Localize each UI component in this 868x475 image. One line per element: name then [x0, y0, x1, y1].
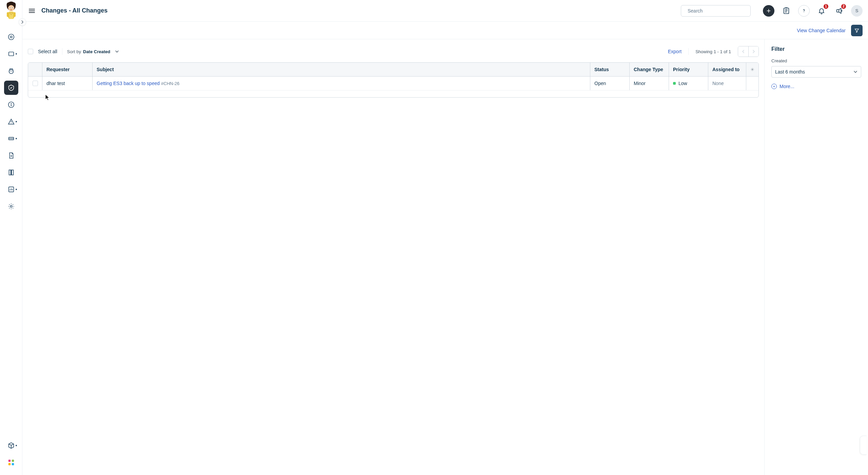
- nav-tickets[interactable]: [4, 47, 18, 61]
- svg-point-15: [12, 71, 12, 71]
- nav-alerts[interactable]: [4, 115, 18, 129]
- global-search[interactable]: [681, 5, 751, 17]
- divider: [62, 48, 62, 55]
- filter-created-label: Created: [771, 58, 861, 63]
- cell-subject: Getting ES3 back up to speed #CHN-26: [93, 77, 590, 90]
- new-button[interactable]: [763, 5, 774, 17]
- approvals-icon[interactable]: [781, 5, 792, 17]
- notifications-badge: 1: [823, 4, 829, 9]
- filter-more-link[interactable]: + More...: [771, 84, 861, 89]
- priority-label: Low: [678, 81, 687, 86]
- table-row[interactable]: dhar test Getting ES3 back up to speed #…: [28, 77, 758, 90]
- filter-created-value: Last 6 months: [775, 69, 805, 75]
- app-launcher[interactable]: [4, 455, 18, 470]
- divider: [688, 48, 689, 55]
- svg-rect-26: [837, 9, 839, 12]
- sidebar-expand-handle[interactable]: [19, 18, 26, 26]
- sort-by-label: Sort by: [67, 49, 81, 54]
- nav-inventory[interactable]: [4, 438, 18, 453]
- svg-point-14: [10, 71, 11, 71]
- nav-solutions[interactable]: [4, 165, 18, 180]
- table-spacer: [28, 90, 758, 97]
- export-link[interactable]: Export: [668, 49, 682, 54]
- chevron-down-icon[interactable]: [112, 47, 122, 56]
- svg-point-6: [11, 9, 12, 9]
- column-subject[interactable]: Subject: [93, 63, 590, 76]
- cell-change-type: Minor: [630, 77, 669, 90]
- view-calendar-link[interactable]: View Change Calendar: [797, 28, 846, 33]
- view-bar: View Change Calendar: [22, 22, 868, 39]
- select-all-label: Select all: [38, 49, 57, 54]
- changes-table: Requester Subject Status Change Type Pri…: [28, 62, 759, 98]
- cell-assigned-to: None: [708, 77, 746, 90]
- chevron-down-icon: [853, 70, 857, 74]
- column-checkbox: [28, 63, 42, 76]
- nav-reports[interactable]: [4, 182, 18, 197]
- plus-circle-icon: +: [771, 84, 777, 89]
- svg-rect-20: [12, 460, 14, 462]
- svg-point-12: [10, 36, 12, 38]
- row-checkbox[interactable]: [33, 81, 38, 86]
- gear-icon: [750, 67, 754, 72]
- nav-admin[interactable]: [4, 199, 18, 213]
- left-sidebar: [0, 0, 22, 475]
- cell-actions: [746, 77, 758, 90]
- user-avatar[interactable]: S: [851, 5, 863, 17]
- next-page-button[interactable]: [748, 46, 758, 57]
- svg-point-23: [685, 11, 685, 11]
- nav-releases[interactable]: [4, 98, 18, 112]
- priority-indicator-icon: [673, 82, 676, 85]
- svg-point-13: [9, 69, 13, 74]
- subject-link[interactable]: Getting ES3 back up to speed: [97, 81, 160, 86]
- cell-requester: dhar test: [42, 77, 93, 90]
- svg-point-11: [8, 34, 14, 40]
- nav-contracts[interactable]: [4, 148, 18, 163]
- nav-problems[interactable]: [4, 64, 18, 78]
- svg-rect-19: [8, 460, 10, 462]
- svg-point-5: [12, 7, 13, 8]
- notifications-icon[interactable]: 1: [816, 5, 827, 17]
- svg-rect-8: [9, 12, 13, 19]
- table-region: Select all Sort by Date Created Export S…: [22, 39, 764, 475]
- pagination: [738, 46, 759, 57]
- svg-point-18: [10, 205, 12, 207]
- side-widget-stub[interactable]: [860, 436, 867, 455]
- search-input[interactable]: [688, 8, 747, 14]
- svg-rect-21: [8, 463, 10, 465]
- column-priority[interactable]: Priority: [669, 63, 708, 76]
- svg-point-25: [804, 12, 804, 12]
- filter-created-select[interactable]: Last 6 months: [771, 66, 861, 78]
- svg-rect-22: [12, 463, 14, 465]
- nav-changes[interactable]: [4, 81, 18, 95]
- sort-by-value: Date Created: [83, 49, 110, 54]
- top-header: Changes - All Changes 1: [22, 0, 868, 22]
- whats-new-icon[interactable]: 2: [833, 5, 845, 17]
- prev-page-button[interactable]: [738, 46, 748, 57]
- cell-status: Open: [590, 77, 630, 90]
- column-status[interactable]: Status: [590, 63, 630, 76]
- svg-point-16: [8, 102, 14, 108]
- list-toolbar: Select all Sort by Date Created Export S…: [28, 45, 759, 58]
- filter-toggle-button[interactable]: [851, 25, 863, 36]
- showing-count: Showing 1 - 1 of 1: [695, 49, 731, 54]
- filter-more-label: More...: [780, 84, 794, 89]
- search-icon: [685, 8, 685, 14]
- svg-point-3: [9, 7, 10, 8]
- nav-assets[interactable]: [4, 131, 18, 146]
- hamburger-icon[interactable]: [28, 7, 36, 15]
- filter-panel: Filter Created Last 6 months + More...: [764, 39, 868, 475]
- sort-by-control[interactable]: Sort by Date Created: [67, 47, 122, 56]
- column-assigned-to[interactable]: Assigned to: [708, 63, 746, 76]
- column-change-type[interactable]: Change Type: [630, 63, 669, 76]
- whats-new-badge: 2: [841, 4, 846, 9]
- page-title: Changes - All Changes: [41, 7, 107, 14]
- help-button[interactable]: [798, 5, 810, 17]
- svg-rect-9: [7, 12, 9, 17]
- svg-rect-10: [14, 12, 16, 17]
- cell-priority: Low: [669, 77, 708, 90]
- column-settings[interactable]: [746, 63, 758, 76]
- select-all-checkbox[interactable]: [28, 49, 33, 54]
- nav-dashboard[interactable]: [4, 30, 18, 44]
- subject-id: #CHN-26: [161, 81, 179, 86]
- column-requester[interactable]: Requester: [42, 63, 93, 76]
